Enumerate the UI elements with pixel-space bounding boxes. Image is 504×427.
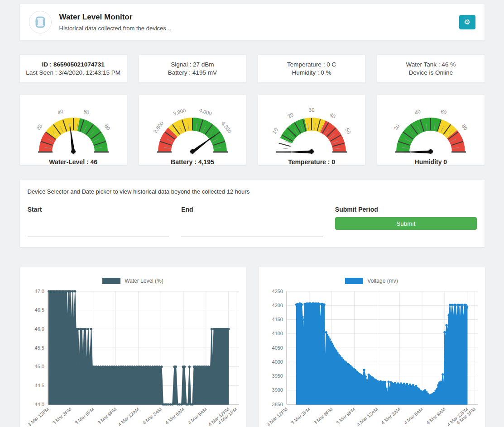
voltage-legend-swatch — [345, 278, 363, 284]
info-line: Signal : 27 dBm — [142, 61, 243, 69]
svg-text:4 Mar 9AM: 4 Mar 9AM — [425, 406, 446, 425]
svg-text:4 Mar 3AM: 4 Mar 3AM — [380, 406, 401, 425]
selector-columns: Start End Submit Period Submit — [28, 206, 477, 237]
svg-text:20: 20 — [287, 112, 294, 119]
svg-text:4 Mar 12AM: 4 Mar 12AM — [355, 406, 379, 427]
svg-text:3 Mar 6PM: 3 Mar 6PM — [73, 406, 95, 425]
submit-column: Submit Period Submit — [335, 206, 477, 237]
voltage-legend: Voltage (mv) — [262, 278, 481, 284]
water-level-chart-card: Water Level (%) 3 Mar 12PM3 Mar 3PM3 Mar… — [19, 267, 247, 427]
start-label: Start — [28, 206, 169, 213]
gauge-battery-svg: 3,6003,8004,0004,200 — [143, 100, 242, 156]
water-level-chart: 3 Mar 12PM3 Mar 3PM3 Mar 6PM3 Mar 9PM4 M… — [24, 286, 243, 427]
info-card-climate: Temperature : 0 CHumidity : 0 % — [258, 54, 365, 83]
svg-text:4000: 4000 — [272, 359, 283, 365]
svg-text:3 Mar 12PM: 3 Mar 12PM — [26, 406, 50, 427]
svg-text:44.0: 44.0 — [34, 402, 44, 407]
settings-button[interactable]: ⚙ — [459, 15, 475, 29]
header-text: Water Level Monitor Historical data coll… — [59, 13, 171, 32]
svg-text:3950: 3950 — [272, 373, 283, 379]
voltage-chart-card: Voltage (mv) 3 Mar 12PM3 Mar 3PM3 Mar 6P… — [258, 267, 485, 427]
svg-text:4 Mar 12AM: 4 Mar 12AM — [117, 406, 140, 427]
svg-text:20: 20 — [393, 123, 401, 131]
submit-period-label: Submit Period — [335, 206, 477, 213]
svg-text:40: 40 — [329, 112, 336, 119]
svg-text:60: 60 — [82, 109, 90, 115]
info-line: Temperature : 0 C — [261, 61, 362, 69]
info-line: Humidity : 0 % — [261, 69, 362, 77]
svg-text:3 Mar 6PM: 3 Mar 6PM — [312, 406, 333, 425]
gauge-temperature-svg: 1020304050 — [262, 100, 361, 156]
svg-text:4250: 4250 — [272, 289, 283, 294]
gauge-water-level: 20406080Water-Level : 46 — [19, 95, 127, 165]
svg-text:4,000: 4,000 — [198, 107, 212, 116]
dashboard: Water Level Monitor Historical data coll… — [19, 0, 485, 427]
svg-text:4200: 4200 — [272, 303, 283, 308]
svg-text:3 Mar 3PM: 3 Mar 3PM — [290, 406, 311, 425]
svg-text:45.0: 45.0 — [34, 364, 44, 369]
info-line: Device is Online — [380, 69, 481, 77]
gauge-battery: 3,6003,8004,0004,200Battery : 4,195 — [139, 95, 246, 165]
svg-text:3 Mar 3PM: 3 Mar 3PM — [51, 406, 72, 425]
gauge-humidity-svg: 20406080 — [381, 100, 480, 156]
end-column: End — [181, 206, 323, 237]
device-avatar — [29, 11, 52, 33]
svg-text:3 Mar 9PM: 3 Mar 9PM — [96, 406, 117, 425]
svg-text:46.0: 46.0 — [34, 326, 44, 332]
start-input[interactable] — [28, 228, 169, 237]
svg-text:3,800: 3,800 — [173, 107, 187, 116]
page-title: Water Level Monitor — [59, 13, 171, 22]
svg-text:20: 20 — [35, 123, 43, 131]
gauge-humidity: 20406080Humidity 0 — [377, 95, 485, 165]
info-line: Last Seen : 3/4/2020, 12:43:15 PM — [23, 69, 124, 77]
svg-text:3900: 3900 — [272, 387, 283, 393]
svg-text:4,200: 4,200 — [221, 120, 233, 134]
svg-text:10: 10 — [271, 127, 279, 135]
svg-text:60: 60 — [440, 109, 447, 115]
svg-text:40: 40 — [57, 109, 64, 115]
gauge-humidity-caption: Humidity 0 — [377, 158, 484, 166]
svg-text:4 Mar 9AM: 4 Mar 9AM — [187, 406, 208, 425]
svg-text:4150: 4150 — [272, 317, 283, 322]
water-level-legend-swatch — [102, 278, 120, 284]
svg-text:45.5: 45.5 — [34, 345, 44, 351]
period-selector-panel: Device Selector and Date picker to view … — [19, 179, 485, 247]
submit-button[interactable]: Submit — [335, 217, 477, 230]
gauge-temperature: 1020304050Temperature : 0 — [258, 95, 365, 165]
svg-text:47.0: 47.0 — [34, 289, 44, 294]
gauge-water-level-svg: 20406080 — [24, 100, 123, 156]
info-card-status: Water Tank : 46 %Device is Online — [377, 54, 485, 83]
voltage-legend-label: Voltage (mv) — [367, 278, 398, 284]
svg-text:3,600: 3,600 — [152, 120, 164, 134]
selector-description: Device Selector and Date picker to view … — [28, 188, 477, 195]
info-card-signal: Signal : 27 dBmBattery : 4195 mV — [139, 54, 246, 83]
svg-text:50: 50 — [344, 127, 352, 135]
charts-row: Water Level (%) 3 Mar 12PM3 Mar 3PM3 Mar… — [19, 267, 485, 427]
info-card-row: ID : 865905021074731Last Seen : 3/4/2020… — [19, 54, 485, 83]
header-card: Water Level Monitor Historical data coll… — [19, 4, 485, 41]
end-input[interactable] — [181, 228, 323, 237]
svg-text:4100: 4100 — [272, 331, 283, 336]
svg-text:80: 80 — [461, 123, 469, 131]
svg-text:3 Mar 9PM: 3 Mar 9PM — [335, 406, 356, 425]
svg-text:4 Mar 3AM: 4 Mar 3AM — [141, 406, 163, 425]
water-level-legend: Water Level (%) — [24, 278, 243, 284]
end-label: End — [181, 206, 323, 213]
svg-text:30: 30 — [309, 107, 315, 113]
gear-icon: ⚙ — [464, 18, 470, 26]
svg-text:4 Mar 6AM: 4 Mar 6AM — [164, 406, 185, 425]
svg-text:3 Mar 12PM: 3 Mar 12PM — [265, 406, 288, 427]
info-line: Battery : 4195 mV — [142, 69, 243, 77]
gauge-water-level-caption: Water-Level : 46 — [20, 158, 127, 166]
svg-text:40: 40 — [414, 109, 422, 115]
voltage-chart: 3 Mar 12PM3 Mar 3PM3 Mar 6PM3 Mar 9PM4 M… — [262, 286, 481, 427]
gauge-temperature-caption: Temperature : 0 — [258, 158, 365, 166]
water-level-legend-label: Water Level (%) — [125, 278, 163, 284]
info-card-id: ID : 865905021074731Last Seen : 3/4/2020… — [19, 54, 127, 83]
start-column: Start — [28, 206, 169, 237]
gauge-battery-caption: Battery : 4,195 — [139, 158, 246, 166]
device-icon — [34, 16, 46, 28]
page-subtitle: Historical data collected from the devic… — [59, 25, 171, 32]
info-line: Water Tank : 46 % — [380, 61, 481, 69]
svg-text:80: 80 — [103, 123, 111, 131]
